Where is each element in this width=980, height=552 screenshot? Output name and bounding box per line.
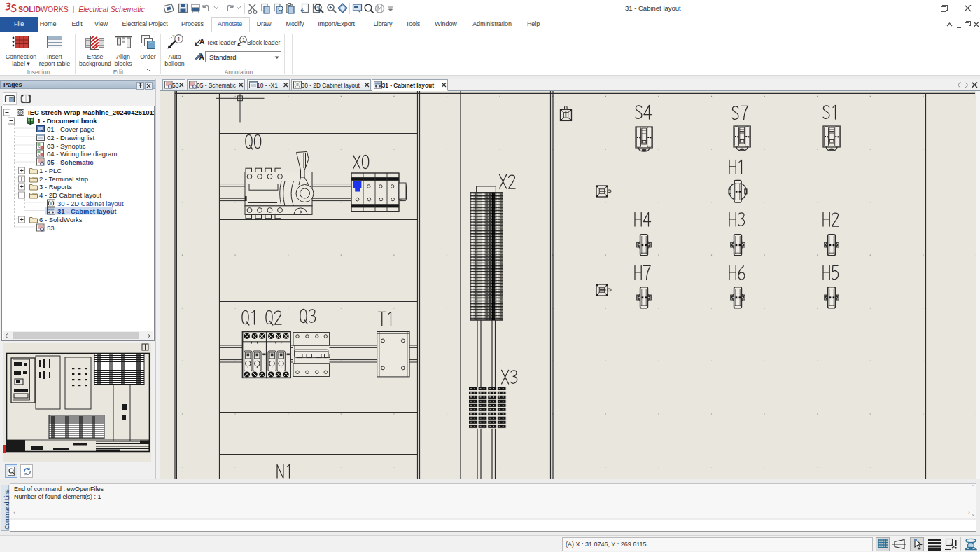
svg-text:03 - Synoptic: 03 - Synoptic [47,142,86,150]
svg-text:1: 1 [177,36,181,43]
svg-text:31 - Cabinet layout: 31 - Cabinet layout [57,207,117,215]
svg-text:04 - Wiring line diagram: 04 - Wiring line diagram [47,150,117,158]
svg-text:4 - 2D Cabinet layout: 4 - 2D Cabinet layout [39,191,102,199]
svg-text:1 - Document book: 1 - Document book [37,117,97,125]
svg-text:02 - Drawing list: 02 - Drawing list [47,134,94,142]
svg-text:3 - Reports: 3 - Reports [39,183,72,191]
svg-text:1: 1 [242,36,246,43]
svg-text:6 - SolidWorks: 6 - SolidWorks [39,216,83,223]
svg-text:05 - Schematic: 05 - Schematic [47,158,94,166]
svg-text:A: A [200,53,204,61]
svg-text:01 - Cover page: 01 - Cover page [47,125,94,133]
svg-text:1 - PLC: 1 - PLC [39,167,62,174]
svg-text:A: A [200,38,204,46]
svg-text:30 - 2D Cabinet layout: 30 - 2D Cabinet layout [57,200,124,207]
svg-text:53: 53 [47,224,55,232]
svg-text:IEC Strech-Wrap Machine_202404: IEC Strech-Wrap Machine_2024042610112 [28,109,154,116]
svg-text:2 - Terminal strip: 2 - Terminal strip [39,175,88,183]
